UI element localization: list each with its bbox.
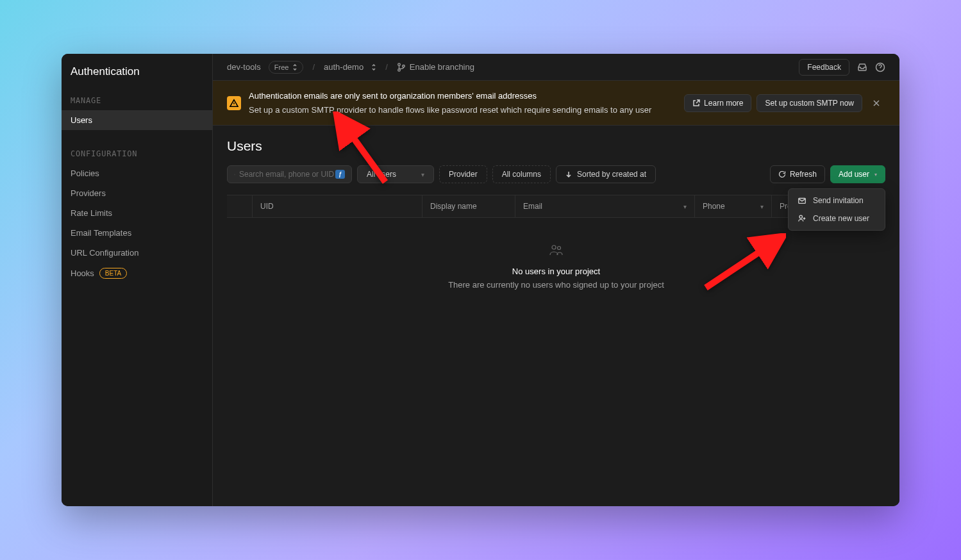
svg-point-8 [557,247,560,250]
svg-point-2 [403,65,405,67]
inbox-icon[interactable] [857,62,867,72]
column-display-name[interactable]: Display name [422,195,515,217]
sidebar-item-rate-limits[interactable]: Rate Limits [62,203,212,223]
filter-users-dropdown[interactable]: All users ▾ [357,165,434,183]
sidebar-item-hooks[interactable]: Hooks BETA [62,263,212,284]
chevron-up-down-icon [371,64,376,70]
beta-badge: BETA [99,268,127,279]
chevron-down-icon: ▾ [683,203,687,210]
refresh-button[interactable]: Refresh [770,165,825,183]
refresh-icon [778,170,786,178]
learn-more-button[interactable]: Learn more [684,94,751,112]
empty-state: No users in your project There are curre… [227,218,885,315]
main-content: dev-tools Free / auth-demo / Enable bran… [213,54,899,506]
filter-columns-button[interactable]: All columns [492,165,551,183]
close-banner-button[interactable] [867,97,885,110]
column-checkbox[interactable] [227,195,253,217]
chevron-down-icon: ▾ [874,172,877,177]
chevron-up-down-icon [292,64,297,70]
sort-button[interactable]: Sorted by created at [556,165,656,183]
create-new-user-item[interactable]: Create new user [791,210,882,227]
filter-provider-button[interactable]: Provider [439,165,487,183]
section-label: CONFIGURATION [62,143,212,163]
search-icon [234,170,235,179]
column-uid[interactable]: UID [253,195,422,217]
svg-point-7 [552,245,556,249]
banner-subtitle: Set up a custom SMTP provider to handle … [249,104,676,117]
breadcrumb-separator: / [384,62,389,72]
banner-title: Authentication emails are only sent to o… [249,90,676,103]
enable-branching-button[interactable]: Enable branching [397,62,474,72]
chevron-down-icon: ▾ [760,203,764,210]
breadcrumb-project[interactable]: auth-demo [324,62,364,72]
warning-icon [227,96,241,110]
breadcrumb-org[interactable]: dev-tools [227,62,261,72]
app-window: Authentication MANAGE Users CONFIGURATIO… [62,54,899,506]
keyboard-shortcut-badge: ƒ [335,170,345,179]
sidebar-item-providers[interactable]: Providers [62,183,212,203]
sidebar-section-configuration: CONFIGURATION Policies Providers Rate Li… [62,143,212,284]
svg-point-6 [799,215,802,218]
topbar: dev-tools Free / auth-demo / Enable bran… [213,54,899,81]
sidebar-item-url-configuration[interactable]: URL Configuration [62,243,212,263]
feedback-button[interactable]: Feedback [799,59,849,76]
users-toolbar: ƒ All users ▾ Provider All columns Sorte… [227,165,885,183]
setup-smtp-button[interactable]: Set up custom SMTP now [756,94,862,112]
plan-badge[interactable]: Free [269,61,304,74]
search-input[interactable] [239,170,335,179]
page-title: Users [227,138,885,154]
sidebar: Authentication MANAGE Users CONFIGURATIO… [62,54,213,506]
column-phone[interactable]: Phone▾ [695,195,772,217]
search-input-wrapper[interactable]: ƒ [227,165,352,183]
page-content: Users ƒ All users ▾ Provider All columns… [213,126,899,328]
users-table-header: UID Display name Email▾ Phone▾ Provider [227,195,885,218]
svg-point-4 [234,174,235,174]
arrow-down-icon [565,171,572,177]
users-icon [548,243,565,256]
branch-icon [397,63,406,72]
sidebar-item-policies[interactable]: Policies [62,163,212,183]
help-icon[interactable] [875,62,885,72]
smtp-warning-banner: Authentication emails are only sent to o… [213,81,899,126]
svg-point-0 [398,63,401,65]
section-label: MANAGE [62,90,212,110]
breadcrumb-separator: / [311,62,316,72]
user-plus-icon [798,214,806,223]
sidebar-section-manage: MANAGE Users [62,90,212,130]
send-invitation-item[interactable]: Send invitation [791,192,882,210]
add-user-dropdown: Send invitation Create new user [788,188,885,231]
close-icon [873,99,880,107]
column-email[interactable]: Email▾ [515,195,695,217]
sidebar-item-email-templates[interactable]: Email Templates [62,223,212,243]
empty-title: No users in your project [512,267,600,276]
sidebar-item-users[interactable]: Users [62,110,212,130]
app-title: Authentication [62,54,212,90]
empty-subtitle: There are currently no users who signed … [448,280,664,290]
chevron-down-icon: ▾ [421,171,424,178]
add-user-button[interactable]: Add user ▾ [830,165,885,183]
external-link-icon [692,99,700,107]
mail-icon [798,196,806,205]
